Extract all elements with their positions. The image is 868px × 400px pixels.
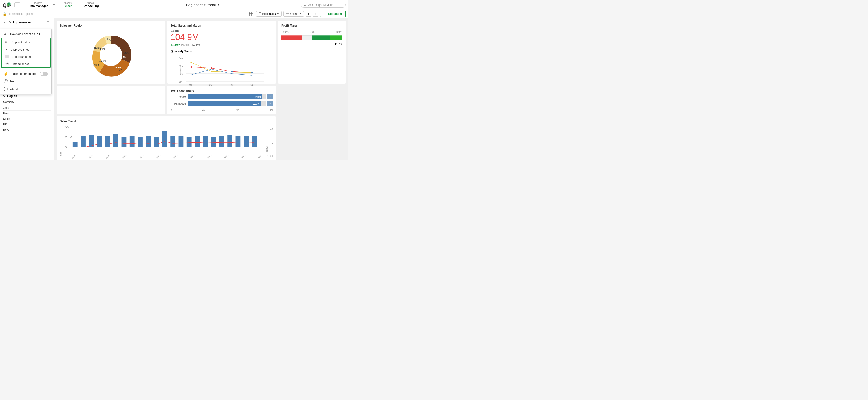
svg-line-6	[306, 5, 307, 6]
touch-screen-item[interactable]: ☝ Touch screen mode	[0, 70, 52, 78]
x-label-5: 2013...	[156, 154, 161, 159]
more-options-button[interactable]: ···	[14, 2, 20, 7]
profit-axis: -50.0% 0.0% 50.0%	[281, 31, 342, 33]
x-label-2: 2012...	[105, 154, 111, 159]
svg-rect-80	[236, 136, 241, 147]
profit-axis-max: 50.0%	[336, 31, 342, 33]
filter-item-japan[interactable]: Japan	[3, 105, 51, 111]
svg-rect-68	[138, 137, 143, 147]
svg-rect-72	[170, 136, 175, 147]
svg-rect-61	[81, 136, 86, 147]
filter-item-germany[interactable]: Germany	[3, 99, 51, 105]
profit-bar-svg	[281, 34, 342, 41]
grid-view-button[interactable]	[248, 11, 254, 17]
app-title: Beginner's tutorial	[107, 3, 299, 7]
bar-label-paracel: Paracel	[170, 95, 186, 98]
next-sheet-button[interactable]: ›	[313, 11, 318, 17]
filter-item-usa[interactable]: USA	[3, 127, 51, 133]
profit-axis-min: -50.0%	[281, 31, 288, 33]
svg-rect-10	[251, 14, 253, 16]
filter-item-uk[interactable]: UK	[3, 122, 51, 127]
help-item[interactable]: ? Help	[0, 78, 52, 85]
search-bar[interactable]: Ask Insight Advisor	[301, 2, 346, 8]
sales-secondary: 43.25M Margin 41.3%	[170, 43, 273, 46]
x-label-10: 2014...	[241, 154, 246, 159]
edit-sheet-label: Edit sheet	[328, 12, 342, 16]
nav-segment-analyze[interactable]: Analyze Sheet	[61, 1, 74, 9]
touch-icon: ☝	[4, 72, 8, 75]
profit-margin-title: Profit Margin	[281, 24, 342, 27]
svg-marker-17	[4, 21, 5, 24]
sidebar-expand-icon[interactable]	[47, 21, 51, 24]
svg-rect-73	[179, 136, 184, 147]
approve-sheet-item[interactable]: ✓ Approve sheet	[2, 46, 50, 53]
quarterly-trend-svg: 14M 12M 10M 8M	[170, 55, 273, 91]
download-sheet-item[interactable]: ⬇ Download sheet as PDF	[0, 30, 52, 37]
svg-rect-60	[72, 142, 78, 147]
svg-text:14M: 14M	[179, 57, 183, 60]
donut-svg: USA UK Japan Nordic Region 45.5% 26.9% 1…	[89, 32, 133, 77]
svg-text:45.5%: 45.5%	[120, 56, 126, 59]
svg-rect-63	[97, 136, 102, 147]
x-label-9: 2014...	[224, 154, 229, 159]
nav-segment-prepare[interactable]: Prepare Data manager	[26, 1, 51, 9]
approve-icon: ✓	[5, 48, 9, 51]
svg-point-20	[4, 95, 5, 96]
svg-rect-79	[227, 135, 232, 147]
bar-axis-2m: 2M	[202, 109, 205, 111]
filter-title: Region	[3, 94, 51, 97]
bar-axis-0: 0	[170, 109, 172, 111]
help-icon: ?	[4, 79, 8, 83]
about-item[interactable]: i About	[0, 85, 52, 93]
dropdown-menu: ⬇ Download sheet as PDF ⧉ Duplicate shee…	[0, 29, 52, 94]
app-title-text: Beginner's tutorial	[186, 3, 216, 7]
svg-point-2	[7, 4, 9, 6]
sidebar-left-arrow-icon	[3, 21, 7, 24]
bar-val-pagewave: 5.63M	[253, 103, 259, 105]
filter-title-text: Region	[7, 94, 17, 97]
bookmarks-button[interactable]: Bookmarks	[256, 11, 281, 17]
bar-axis-6m: 6M	[270, 109, 273, 111]
svg-point-42	[231, 70, 233, 72]
bar-icon-paracel: ≡	[268, 94, 273, 99]
svg-text:12M: 12M	[179, 65, 183, 67]
search-small-icon	[3, 95, 6, 97]
svg-text:2.5M: 2.5M	[65, 136, 72, 139]
svg-point-40	[190, 66, 192, 68]
svg-text:8M: 8M	[179, 81, 182, 83]
bar-row-paracel: Paracel 5.69M ≡	[170, 94, 273, 99]
sidebar-header: ⌂ App overview	[0, 18, 54, 27]
unpublish-sheet-item[interactable]: ⬜ Unpublish sheet	[2, 53, 50, 60]
sales-margin-axis-label: Margin (%)	[266, 146, 269, 157]
svg-rect-9	[249, 14, 251, 16]
total-sales-title: Total Sales and Margin	[170, 24, 273, 27]
sales-kpi-value: 104.9M	[170, 33, 273, 42]
touch-screen-toggle[interactable]	[40, 72, 48, 76]
margin-label: Margin	[181, 43, 189, 46]
svg-text:26.9%: 26.9%	[114, 66, 121, 69]
bookmarks-chevron-icon	[277, 13, 279, 15]
analyze-main: Sheet	[64, 4, 72, 8]
embed-sheet-item[interactable]: </> Embed sheet	[2, 60, 50, 67]
edit-sheet-button[interactable]: Edit sheet	[320, 10, 346, 17]
x-label-8: 2014...	[207, 154, 212, 159]
svg-rect-81	[244, 136, 249, 147]
prev-sheet-button[interactable]: ‹	[306, 11, 311, 17]
bookmarks-label: Bookmarks	[262, 12, 276, 16]
svg-point-45	[211, 70, 213, 72]
svg-rect-70	[154, 137, 159, 147]
prepare-chevron-icon[interactable]	[52, 3, 56, 6]
svg-rect-67	[130, 136, 134, 147]
bar-row-pagewave: PageWave 5.63M ≡	[170, 101, 273, 106]
about-label: About	[10, 87, 18, 91]
bar-chart: Paracel 5.69M ≡ PageWave 5.63M	[170, 94, 273, 111]
sales-right-axis: 46 41 36	[270, 128, 273, 157]
filter-item-nordic[interactable]: Nordic	[3, 111, 51, 116]
svg-text:Sales: Sales	[179, 67, 181, 72]
duplicate-sheet-item[interactable]: ⧉ Duplicate sheet	[2, 38, 50, 46]
sheets-button[interactable]: Sheets	[283, 11, 304, 17]
quarterly-section: Quarterly Trend 14M 12M 10M 8M	[170, 50, 273, 91]
svg-point-41	[211, 67, 213, 69]
filter-item-spain[interactable]: Spain	[3, 116, 51, 122]
nav-segment-narrate[interactable]: Narrate Storytelling	[80, 1, 101, 9]
